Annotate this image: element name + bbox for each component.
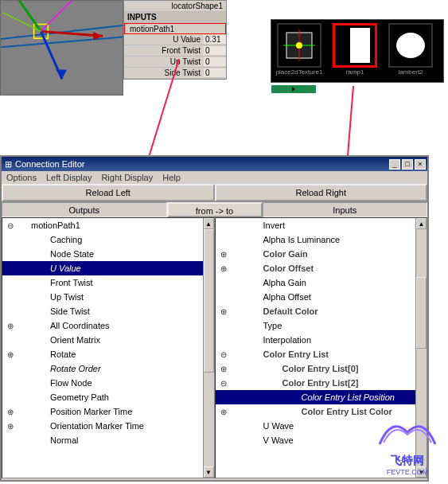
tree-row[interactable]: Alpha Gain — [216, 275, 427, 290]
tree-label: Color Entry List Position — [302, 392, 395, 402]
svg-point-14 — [396, 33, 425, 58]
expander-icon[interactable]: ⊕ — [219, 408, 228, 416]
attr-label: Up Twist — [124, 57, 204, 66]
tree-row[interactable]: ⊕Color Entry List Color — [216, 404, 427, 419]
tree-label: Interpolation — [263, 335, 312, 345]
tree-row[interactable]: Alpha Is Luminance — [216, 232, 427, 247]
right-scrollbar[interactable]: ▲ ▼ — [415, 218, 427, 478]
tree-row[interactable]: ⊕Orientation Marker Time — [2, 419, 214, 433]
scroll-down-icon[interactable]: ▼ — [416, 466, 427, 478]
tree-label: U Value — [50, 263, 81, 273]
tree-label: Up Twist — [50, 292, 84, 302]
tree-label: Position Marker Time — [50, 407, 132, 416]
connection-editor-window: ⊞ Connection Editor _ □ × OptionsLeft Di… — [0, 155, 429, 482]
expander-icon[interactable]: ⊕ — [6, 350, 15, 359]
tree-row[interactable]: ⊕Position Marker Time — [2, 404, 214, 419]
tree-row[interactable]: Front Twist — [2, 275, 214, 290]
shape-label[interactable]: locatorShape1 — [124, 2, 226, 10]
expander-icon[interactable]: ⊖ — [219, 379, 228, 388]
tree-row[interactable]: Color Entry List Position — [216, 390, 427, 404]
outputs-pane[interactable]: ⊖motionPath1CachingNode StateU ValueFron… — [2, 217, 215, 478]
scroll-down-icon[interactable]: ▼ — [204, 466, 214, 478]
tree-label: Orientation Marker Time — [50, 421, 144, 431]
tree-row[interactable]: Geometry Path — [2, 390, 214, 404]
inputs-pane[interactable]: InvertAlpha Is Luminance⊕Color Gain⊕Colo… — [215, 217, 428, 478]
tree-row[interactable]: ⊖motionPath1 — [2, 218, 214, 232]
reload-left-button[interactable]: Reload Left — [2, 184, 215, 201]
menu-right-display[interactable]: Right Display — [101, 173, 153, 182]
maximize-button[interactable]: □ — [402, 159, 413, 170]
hypershade-panel[interactable]: place2dTexture1ramp1lambert2 — [271, 19, 444, 83]
hypershade-node[interactable] — [388, 23, 433, 68]
tree-row[interactable]: Side Twist — [2, 304, 214, 318]
tree-row[interactable]: ⊕Color Entry List[0] — [216, 361, 427, 376]
reload-right-button[interactable]: Reload Right — [215, 184, 428, 201]
tree-row[interactable]: Up Twist — [2, 290, 214, 304]
tree-row[interactable]: Alpha Offset — [216, 290, 427, 304]
tree-row[interactable]: Orient Matrix — [2, 333, 214, 347]
expander-icon[interactable]: ⊖ — [219, 350, 228, 359]
expander-icon[interactable]: ⊕ — [6, 422, 15, 431]
attr-value[interactable]: 0 — [204, 46, 226, 55]
tree-label: Color Entry List Color — [302, 407, 392, 416]
tree-row[interactable]: ⊕All Coordinates — [2, 318, 214, 333]
tree-row[interactable]: Normal — [2, 433, 214, 447]
tree-row[interactable]: Interpolation — [216, 333, 427, 347]
hypershade-node[interactable] — [333, 23, 377, 68]
tree-row[interactable]: ⊖Color Entry List[2] — [216, 376, 427, 390]
tree-label: Alpha Is Luminance — [263, 235, 341, 244]
menu-left-display[interactable]: Left Display — [46, 173, 92, 182]
scroll-up-icon[interactable]: ▲ — [204, 218, 214, 229]
expander-icon[interactable]: ⊕ — [219, 365, 228, 373]
attr-value[interactable]: 0 — [204, 68, 226, 77]
tree-row[interactable]: U Wave — [216, 419, 427, 433]
tree-label: Color Gain — [263, 249, 308, 259]
tree-row[interactable]: U Value — [2, 261, 214, 275]
titlebar[interactable]: ⊞ Connection Editor _ □ × — [2, 157, 427, 171]
scroll-up-icon[interactable]: ▲ — [416, 218, 427, 229]
expander-icon[interactable]: ⊕ — [219, 264, 228, 273]
tree-label: Node State — [50, 249, 94, 259]
tree-row[interactable]: Caching — [2, 232, 214, 247]
tree-label: Color Entry List[0] — [282, 364, 359, 373]
attr-value[interactable]: 0.31 — [204, 35, 226, 44]
tree-label: Caching — [50, 235, 82, 244]
expander-icon[interactable]: ⊕ — [219, 307, 228, 316]
viewport-3d[interactable] — [0, 0, 123, 96]
menu-help[interactable]: Help — [162, 173, 181, 182]
motionpath-node[interactable]: motionPath1 — [125, 25, 225, 33]
tree-row[interactable]: Type — [216, 318, 427, 333]
tree-label: Color Entry List — [263, 349, 329, 359]
tree-row[interactable]: Flow Node — [2, 376, 214, 390]
svg-marker-6 — [56, 70, 67, 80]
attr-value[interactable]: 0 — [204, 57, 226, 66]
svg-line-7 — [17, 1, 41, 31]
tree-label: Normal — [50, 435, 78, 445]
tree-label: Geometry Path — [50, 392, 109, 402]
hypershade-node[interactable] — [277, 23, 321, 68]
node-label: place2dTexture1 — [276, 68, 323, 76]
expander-icon[interactable]: ⊕ — [6, 408, 15, 416]
tree-row[interactable]: V Wave — [216, 433, 427, 447]
expander-icon[interactable]: ⊕ — [219, 250, 228, 259]
tree-row[interactable]: Invert — [216, 218, 427, 232]
inputs-header: INPUTS — [124, 12, 226, 23]
tree-row[interactable]: ⊕Color Offset — [216, 261, 427, 275]
tree-row[interactable]: Rotate Order — [2, 361, 214, 376]
tree-row[interactable]: ⊕Default Color — [216, 304, 427, 318]
tree-row[interactable]: ⊖Color Entry List — [216, 347, 427, 361]
expander-icon[interactable]: ⊖ — [6, 221, 15, 230]
tree-row[interactable]: ⊕Color Gain — [216, 247, 427, 261]
menu-options[interactable]: Options — [6, 173, 37, 182]
expander-icon[interactable]: ⊕ — [6, 322, 15, 330]
tree-label: Front Twist — [50, 278, 93, 287]
minimize-button[interactable]: _ — [389, 159, 400, 170]
attr-label: Front Twist — [124, 46, 204, 55]
left-scrollbar[interactable]: ▲ ▼ — [203, 218, 214, 478]
fromto-button[interactable]: from -> to — [167, 202, 263, 217]
play-icon[interactable] — [271, 85, 316, 93]
tree-row[interactable]: Node State — [2, 247, 214, 261]
tree-label: Default Color — [263, 306, 318, 316]
close-button[interactable]: × — [415, 159, 426, 170]
tree-row[interactable]: ⊕Rotate — [2, 347, 214, 361]
